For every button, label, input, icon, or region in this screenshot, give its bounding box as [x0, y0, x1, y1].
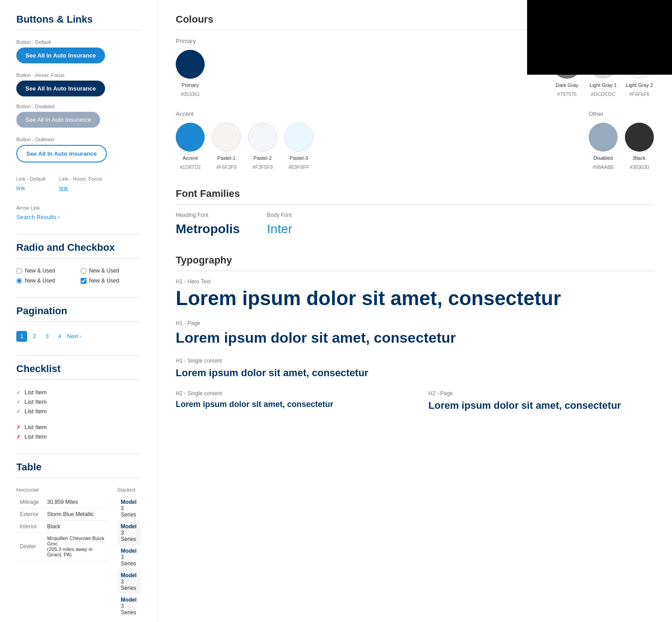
typo-h1-page-label: H1 - Page [176, 320, 654, 326]
radio-input-1[interactable] [16, 268, 22, 274]
horizontal-table-col: Horizontal Mileage 30,859 Miles Exterior… [16, 487, 108, 618]
primary-swatches: Primary #053361 [176, 50, 205, 97]
buttons-section: Buttons & Links Button - Default See All… [16, 14, 141, 163]
btn-disabled-label: Button - Disabled [16, 104, 100, 109]
pagination: 1 2 3 4 Next › [16, 331, 141, 342]
link-hover-label: Link - Hover, Focus [59, 176, 102, 182]
radio-grid: New & Used New & Used New & Used New & U… [16, 268, 141, 284]
table-cell-key: Exterior [16, 508, 43, 521]
swatch-accent: Accent #1D87D2 [176, 123, 205, 170]
typo-h2-single-col: H2 - Single content Lorem ipsum dolor si… [176, 390, 401, 423]
model-label-3: Model [121, 548, 137, 554]
radio-item-3[interactable]: New & Used [16, 278, 77, 284]
darkgray-name: Dark Gray [556, 82, 578, 88]
typo-h2-page-col: H2 - Page Lorem ipsum dolor sit amet, co… [428, 390, 654, 423]
checklist: ✓ List Item ✓ List Item ✓ List Item ✗ Li… [16, 389, 141, 440]
primary-swatch-name: Primary [182, 82, 199, 88]
checkmark-icon-1: ✓ [16, 389, 21, 396]
table-cell-value: Black [43, 521, 108, 533]
accent-swatches: Accent #1D87D2 Pastel-1 #F6F3F0 Pastel-2… [176, 123, 313, 170]
primary-label: Primary [176, 38, 205, 44]
typo-h2-single-label: H2 - Single content [176, 390, 401, 397]
btn-default[interactable]: See All In Auto Insurance [16, 48, 105, 63]
btn-default-label: Button - Default [16, 39, 105, 45]
page-3[interactable]: 3 [42, 331, 53, 342]
typo-h2-row: H2 - Single content Lorem ipsum dolor si… [176, 390, 654, 423]
pastel2-name: Pastel-2 [254, 155, 272, 161]
radio-input-3[interactable] [16, 278, 22, 284]
radio-label-1: New & Used [25, 268, 55, 274]
table-section: Table Horizontal Mileage 30,859 Miles Ex… [16, 461, 141, 618]
accent-label: Accent [176, 110, 313, 117]
typo-h2-single-text: Lorem ipsum dolor sit amet, consectetur [176, 399, 401, 410]
other-label: Other [589, 110, 654, 117]
page-1[interactable]: 1 [16, 331, 27, 342]
model-value-2: 3 Series [121, 530, 137, 542]
model-label-4: Model [121, 572, 137, 579]
arrow-right-icon: › [58, 214, 60, 220]
radio-label-2: New & Used [89, 268, 120, 274]
btn-hover[interactable]: See All In Auto Insurance [16, 81, 105, 96]
body-font-name: Inter [267, 222, 293, 236]
body-font-col: Body Font Inter [267, 212, 293, 236]
typo-h1-hero-group: H1 - Hero Text Lorem ipsum dolor sit ame… [176, 278, 654, 309]
link-hover[interactable]: link [59, 185, 68, 191]
next-chevron-icon: › [79, 333, 81, 340]
radio-item-2[interactable]: New & Used [81, 268, 141, 274]
radio-input-2[interactable] [81, 268, 86, 274]
typo-h2-page-group: H2 - Page Lorem ipsum dolor sit amet, co… [428, 390, 654, 412]
pastel3-circle [284, 123, 313, 152]
table-cell-key: Interior [16, 521, 43, 533]
arrow-link[interactable]: Search Results › [16, 214, 60, 220]
check-item-yes-3: ✓ List Item [16, 408, 141, 415]
stacked-row-3: Model 3 Series [117, 545, 141, 569]
stacked-label: Stacked [117, 487, 141, 493]
checklist-section: Checklist ✓ List Item ✓ List Item ✓ List… [16, 363, 141, 440]
horizontal-table: Mileage 30,859 Miles Exterior Storm Blue… [16, 496, 108, 560]
checkmark-icon-2: ✓ [16, 399, 21, 405]
swatch-pastel2: Pastel-2 #F3F5F9 [248, 123, 277, 170]
checkbox-label-1: New & Used [89, 278, 120, 284]
checkbox-item-1[interactable]: New & Used [81, 278, 141, 284]
table-cell-key: Mileage [16, 496, 43, 508]
table-cell-value: 30,859 Miles [43, 496, 108, 508]
black-overlay [527, 0, 672, 75]
check-item-yes-1: ✓ List Item [16, 389, 141, 396]
check-item-yes-2: ✓ List Item [16, 398, 141, 405]
disabled-hex: #98AABE [592, 164, 614, 170]
page-next[interactable]: Next › [67, 333, 81, 340]
accent-circle [176, 123, 205, 152]
right-panel: Colours Primary Primary #053361 Grey Sca… [158, 0, 672, 622]
accent-other-row: Accent Accent #1D87D2 Pastel-1 #F6F3F0 [176, 110, 654, 170]
btn-outlined-label: Button - Outlined [16, 137, 107, 142]
model-label-5: Model [121, 597, 137, 603]
link-default-label: Link - Default [16, 176, 46, 182]
pastel1-hex: #F6F3F0 [216, 164, 237, 170]
typography-title: Typography [176, 254, 654, 271]
checkbox-input-1[interactable] [81, 278, 86, 284]
primary-group: Primary Primary #053361 [176, 38, 205, 97]
typo-h1-page-text: Lorem ipsum dolor sit amet, consectetur [176, 329, 654, 346]
radio-section: Radio and Checkbox New & Used New & Used… [16, 242, 141, 284]
primary-swatch-hex: #053361 [181, 91, 200, 97]
pastel1-name: Pastel-1 [217, 155, 235, 161]
radio-item-1[interactable]: New & Used [16, 268, 77, 274]
typo-h2-page-label: H2 - Page [428, 390, 654, 397]
other-group: Other Disabled #98AABE Black #303030 [589, 110, 654, 170]
model-value-5: 3 Series [121, 603, 137, 616]
lightgray2-hex: #F6F6F6 [629, 91, 650, 97]
swatch-primary: Primary #053361 [176, 50, 205, 97]
arrow-link-text: Search Results [16, 214, 56, 220]
page-2[interactable]: 2 [29, 331, 40, 342]
link-default[interactable]: link [16, 185, 25, 191]
typo-h1-page-group: H1 - Page Lorem ipsum dolor sit amet, co… [176, 320, 654, 346]
stacked-table-col: Stacked Model 3 Series Model 3 Series Mo… [117, 487, 141, 618]
links-section: Link - Default link Link - Hover, Focus … [16, 176, 141, 220]
pagination-title: Pagination [16, 305, 141, 322]
btn-outlined[interactable]: See All In Auto Insurance [16, 145, 107, 163]
check-item-no-2: ✗ List Item [16, 433, 141, 440]
heading-font-label: Heading Font [176, 212, 240, 218]
checkmark-icon-3: ✓ [16, 408, 21, 415]
page-4[interactable]: 4 [54, 331, 65, 342]
check-label-yes-2: List Item [24, 398, 47, 405]
